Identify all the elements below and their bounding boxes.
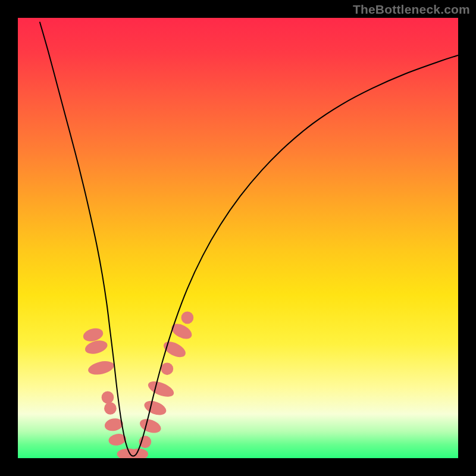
data-marker xyxy=(169,321,194,342)
chart-frame: TheBottleneck.com xyxy=(0,0,476,476)
data-marker xyxy=(146,378,176,400)
watermark-text: TheBottleneck.com xyxy=(353,2,470,17)
data-marker xyxy=(161,362,174,375)
data-marker xyxy=(138,416,163,436)
data-marker xyxy=(104,402,117,415)
data-marker xyxy=(139,436,152,448)
data-marker xyxy=(142,398,168,418)
marker-group xyxy=(82,312,194,458)
data-marker xyxy=(87,359,115,377)
data-marker xyxy=(102,392,114,404)
data-marker xyxy=(181,312,194,324)
chart-overlay-svg xyxy=(18,18,458,458)
data-marker xyxy=(161,339,188,361)
data-marker xyxy=(83,339,109,356)
plot-area xyxy=(18,18,458,458)
bottleneck-curve xyxy=(40,22,458,456)
